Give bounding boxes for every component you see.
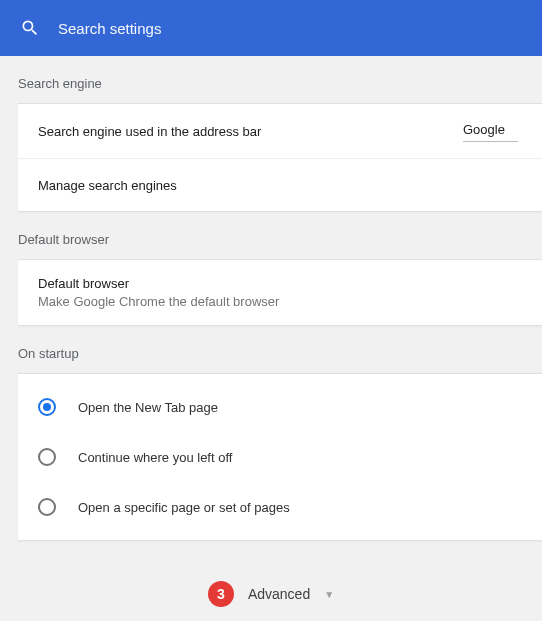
address-bar-link[interactable]: address bar bbox=[193, 124, 262, 139]
section-heading-search-engine: Search engine bbox=[0, 56, 542, 103]
startup-option-label: Continue where you left off bbox=[78, 450, 232, 465]
radio-icon bbox=[38, 498, 56, 516]
manage-search-engines-row[interactable]: Manage search engines bbox=[18, 159, 542, 211]
advanced-label: Advanced bbox=[248, 586, 310, 602]
startup-option-new-tab[interactable]: Open the New Tab page bbox=[18, 382, 542, 432]
chevron-down-icon: ▼ bbox=[324, 589, 334, 600]
default-browser-sub: Make Google Chrome the default browser bbox=[38, 294, 522, 309]
advanced-toggle[interactable]: 3 Advanced ▼ bbox=[0, 541, 542, 621]
radio-icon bbox=[38, 398, 56, 416]
radio-icon bbox=[38, 448, 56, 466]
startup-option-specific-pages[interactable]: Open a specific page or set of pages bbox=[18, 482, 542, 532]
search-engine-label-prefix: Search engine used in the bbox=[38, 124, 193, 139]
search-engine-card: Search engine used in the address bar Go… bbox=[18, 103, 542, 212]
startup-option-label: Open a specific page or set of pages bbox=[78, 500, 290, 515]
startup-card: Open the New Tab page Continue where you… bbox=[18, 373, 542, 541]
search-engine-addressbar-row[interactable]: Search engine used in the address bar Go… bbox=[18, 104, 542, 159]
manage-search-engines-label: Manage search engines bbox=[38, 178, 177, 193]
startup-option-continue[interactable]: Continue where you left off bbox=[18, 432, 542, 482]
section-heading-default-browser: Default browser bbox=[0, 212, 542, 259]
search-icon bbox=[20, 18, 40, 38]
default-browser-title: Default browser bbox=[38, 276, 522, 291]
default-browser-card: Default browser Make Google Chrome the d… bbox=[18, 259, 542, 326]
settings-search-bar[interactable]: Search settings bbox=[0, 0, 542, 56]
section-heading-on-startup: On startup bbox=[0, 326, 542, 373]
search-engine-dropdown[interactable]: Google bbox=[463, 120, 518, 142]
startup-option-label: Open the New Tab page bbox=[78, 400, 218, 415]
default-browser-row[interactable]: Default browser Make Google Chrome the d… bbox=[18, 260, 542, 325]
step-badge: 3 bbox=[208, 581, 234, 607]
search-placeholder: Search settings bbox=[58, 20, 161, 37]
